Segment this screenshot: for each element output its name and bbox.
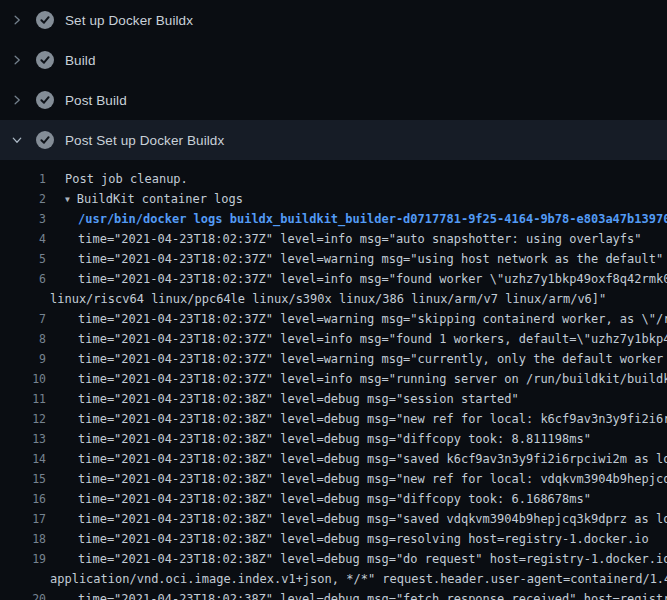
log-line: 17time="2021-04-23T18:02:38Z" level=debu…: [0, 509, 667, 529]
log-area: 1Post job cleanup.2▼BuildKit container l…: [0, 160, 667, 600]
log-line: 3/usr/bin/docker logs buildx_buildkit_bu…: [0, 209, 667, 229]
log-line-number[interactable]: 13: [0, 429, 46, 449]
log-line-number[interactable]: 6: [0, 269, 46, 289]
log-line-text: time="2021-04-23T18:02:37Z" level=warnin…: [78, 249, 663, 269]
log-line-text: time="2021-04-23T18:02:38Z" level=debug …: [78, 449, 667, 469]
actions-log-viewer: Set up Docker Buildx Build Post Build Po…: [0, 0, 667, 600]
log-line-text: time="2021-04-23T18:02:38Z" level=debug …: [78, 409, 667, 429]
steps-list: Set up Docker Buildx Build Post Build Po…: [0, 0, 667, 160]
log-line: 13time="2021-04-23T18:02:38Z" level=debu…: [0, 429, 667, 449]
step-title: Post Build: [65, 93, 127, 108]
log-line-text: time="2021-04-23T18:02:38Z" level=debug …: [78, 429, 591, 449]
log-line: 15time="2021-04-23T18:02:38Z" level=debu…: [0, 469, 667, 489]
log-line-text: time="2021-04-23T18:02:38Z" level=debug …: [78, 589, 667, 600]
log-line-number[interactable]: 8: [0, 329, 46, 349]
log-line-text: time="2021-04-23T18:02:38Z" level=debug …: [78, 389, 519, 409]
log-line-number[interactable]: 18: [0, 529, 46, 549]
log-line-text: time="2021-04-23T18:02:37Z" level=info m…: [78, 369, 667, 389]
log-line: 10time="2021-04-23T18:02:37Z" level=info…: [0, 369, 667, 389]
log-line-number[interactable]: 11: [0, 389, 46, 409]
log-line-text: time="2021-04-23T18:02:38Z" level=debug …: [78, 529, 649, 549]
log-line: 5time="2021-04-23T18:02:37Z" level=warni…: [0, 249, 667, 269]
step-title: Post Set up Docker Buildx: [65, 133, 224, 148]
group-expanded-icon: ▼: [65, 190, 70, 210]
log-line-number[interactable]: 12: [0, 409, 46, 429]
log-line-text: time="2021-04-23T18:02:37Z" level=info m…: [78, 329, 667, 349]
chevron-right-icon: [10, 93, 24, 107]
log-line-number[interactable]: 1: [0, 169, 46, 189]
log-line-text: time="2021-04-23T18:02:38Z" level=debug …: [78, 489, 591, 509]
log-line: 14time="2021-04-23T18:02:38Z" level=debu…: [0, 449, 667, 469]
log-line-number[interactable]: 16: [0, 489, 46, 509]
log-line-number: [0, 569, 46, 589]
log-line-number[interactable]: 9: [0, 349, 46, 369]
log-line: 20time="2021-04-23T18:02:38Z" level=debu…: [0, 589, 667, 600]
step-title: Build: [65, 53, 96, 68]
log-line-number[interactable]: 10: [0, 369, 46, 389]
log-line: application/vnd.oci.image.index.v1+json,…: [0, 569, 667, 589]
log-line: 1Post job cleanup.: [0, 169, 667, 189]
log-line-text: time="2021-04-23T18:02:37Z" level=info m…: [78, 229, 642, 249]
log-line: 9time="2021-04-23T18:02:37Z" level=warni…: [0, 349, 667, 369]
check-circle-icon: [36, 51, 54, 69]
log-line-number[interactable]: 19: [0, 549, 46, 569]
check-circle-icon: [36, 11, 54, 29]
log-line-text: time="2021-04-23T18:02:37Z" level=info m…: [78, 269, 667, 289]
log-line: 16time="2021-04-23T18:02:38Z" level=debu…: [0, 489, 667, 509]
step-header-set-up-docker-buildx[interactable]: Set up Docker Buildx: [0, 0, 667, 40]
log-line-text: time="2021-04-23T18:02:37Z" level=warnin…: [78, 309, 667, 329]
step-header-post-set-up-docker-buildx[interactable]: Post Set up Docker Buildx: [0, 120, 667, 160]
log-line: 19time="2021-04-23T18:02:38Z" level=debu…: [0, 549, 667, 569]
chevron-down-icon: [10, 133, 24, 147]
log-line-text: time="2021-04-23T18:02:37Z" level=warnin…: [78, 349, 667, 369]
log-line: linux/riscv64 linux/ppc64le linux/s390x …: [0, 289, 667, 309]
log-line-number[interactable]: 20: [0, 589, 46, 600]
log-group-label: BuildKit container logs: [77, 192, 243, 206]
log-line-text: application/vnd.oci.image.index.v1+json,…: [50, 569, 667, 589]
log-line-number[interactable]: 2: [0, 189, 46, 209]
log-line: 6time="2021-04-23T18:02:37Z" level=info …: [0, 269, 667, 289]
log-line: 7time="2021-04-23T18:02:37Z" level=warni…: [0, 309, 667, 329]
check-circle-icon: [36, 131, 54, 149]
log-line: 11time="2021-04-23T18:02:38Z" level=debu…: [0, 389, 667, 409]
log-line-number[interactable]: 3: [0, 209, 46, 229]
log-line: 8time="2021-04-23T18:02:37Z" level=info …: [0, 329, 667, 349]
log-line-number[interactable]: 14: [0, 449, 46, 469]
log-line-number[interactable]: 7: [0, 309, 46, 329]
log-line-number: [0, 289, 46, 309]
log-line-number[interactable]: 4: [0, 229, 46, 249]
step-title: Set up Docker Buildx: [65, 13, 193, 28]
log-line: 18time="2021-04-23T18:02:38Z" level=debu…: [0, 529, 667, 549]
check-circle-icon: [36, 91, 54, 109]
step-header-post-build[interactable]: Post Build: [0, 80, 667, 120]
chevron-right-icon: [10, 13, 24, 27]
log-line: 2▼BuildKit container logs: [0, 189, 667, 209]
log-group-toggle[interactable]: ▼BuildKit container logs: [65, 189, 243, 209]
log-line-number[interactable]: 17: [0, 509, 46, 529]
log-line-number[interactable]: 5: [0, 249, 46, 269]
log-line-text: Post job cleanup.: [65, 169, 188, 189]
log-line-text: linux/riscv64 linux/ppc64le linux/s390x …: [50, 289, 606, 309]
log-line-text: time="2021-04-23T18:02:38Z" level=debug …: [78, 509, 667, 529]
step-header-build[interactable]: Build: [0, 40, 667, 80]
chevron-right-icon: [10, 53, 24, 67]
log-line-text: time="2021-04-23T18:02:38Z" level=debug …: [78, 549, 667, 569]
log-line: 4time="2021-04-23T18:02:37Z" level=info …: [0, 229, 667, 249]
log-command-text: /usr/bin/docker logs buildx_buildkit_bui…: [78, 209, 667, 229]
log-line-text: time="2021-04-23T18:02:38Z" level=debug …: [78, 469, 667, 489]
log-line: 12time="2021-04-23T18:02:38Z" level=debu…: [0, 409, 667, 429]
log-line-number[interactable]: 15: [0, 469, 46, 489]
